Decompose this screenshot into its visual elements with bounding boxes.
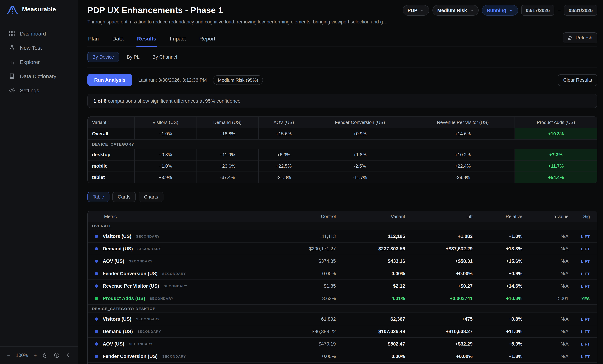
chevron-down-icon <box>470 8 474 12</box>
comparison-value: +1.0% <box>135 128 197 139</box>
comparison-value: +11.7% <box>515 160 597 171</box>
metrics-table: MetricControlVariantLiftRelativep-valueS… <box>87 211 597 364</box>
metric-tag: SECONDARY <box>129 342 153 346</box>
metric-dot <box>95 259 98 263</box>
run-analysis-button[interactable]: Run Analysis <box>87 74 132 86</box>
metric-sig-cell: LIFT <box>568 316 597 322</box>
comparison-value: +18.8% <box>197 128 259 139</box>
metric-dot <box>95 284 98 287</box>
clear-results-button[interactable]: Clear Results <box>558 74 597 86</box>
metric-lift-value: +0.00% <box>405 353 473 359</box>
metrics-row: Fender Conversion (US)SECONDARY0.00%0.00… <box>88 267 597 279</box>
metric-dot <box>95 235 98 238</box>
metrics-row: AOV (US)SECONDARY$470.19$502.47+$32.29+6… <box>88 337 597 350</box>
comparison-header-cell: Product Adds (US) <box>515 117 597 128</box>
comparison-value: +1.0% <box>135 160 197 171</box>
view-toggle-cards[interactable]: Cards <box>113 192 136 202</box>
metric-sig-cell: LIFT <box>568 246 597 251</box>
tab-data[interactable]: Data <box>112 33 124 47</box>
metrics-row: AOV (US)SECONDARY$374.85$433.16+$58.31+1… <box>88 255 597 267</box>
sidebar-item-data-dictionary[interactable]: Data Dictionary <box>0 69 78 83</box>
sidebar-item-new-test[interactable]: New Test <box>0 40 78 55</box>
sidebar-item-dashboard[interactable]: Dashboard <box>0 26 78 40</box>
tabs: PlanDataResultsImpactReport <box>87 33 228 46</box>
project-label: PDP <box>407 8 417 13</box>
metric-name: Product Adds (US) <box>103 296 145 301</box>
metric-lift-value: +475 <box>405 316 473 322</box>
view-toggle-charts[interactable]: Charts <box>139 192 164 202</box>
info-icon[interactable] <box>54 352 60 358</box>
metric-cell: AOV (US)SECONDARY <box>88 258 282 264</box>
metric-p-value: <.001 <box>522 296 568 301</box>
metric-relative-value: +1.0% <box>473 233 522 239</box>
metric-control-value: 111,113 <box>282 233 336 239</box>
end-date-input[interactable]: 03/31/2026 <box>564 5 597 16</box>
view-toggle-table[interactable]: Table <box>87 192 110 202</box>
comparison-header: Variant 1Visitors (US)Demand (US)AOV (US… <box>88 117 597 128</box>
flask-icon <box>9 44 15 51</box>
subtab-by-pl[interactable]: By PL <box>122 52 145 62</box>
metrics-header-cell: Sig <box>568 214 597 219</box>
refresh-icon <box>568 35 573 40</box>
metric-relative-value: +15.6% <box>473 258 522 264</box>
metrics-row: Revenue Per Visitor (US)SECONDARY$1.56$1… <box>88 362 597 364</box>
refresh-label: Refresh <box>575 35 592 40</box>
metric-variant-value: 112,195 <box>336 233 405 239</box>
metric-variant-value: 0.00% <box>336 353 405 359</box>
metric-sig-cell: YES <box>568 296 597 301</box>
metric-sig-cell: LIFT <box>568 329 597 334</box>
project-dropdown[interactable]: PDP <box>403 5 429 16</box>
zoom-in-button[interactable]: + <box>33 352 37 358</box>
metric-control-value: 61,892 <box>282 316 336 322</box>
tab-report[interactable]: Report <box>199 33 216 47</box>
metric-relative-value: +18.8% <box>473 246 522 251</box>
comparison-value: +54.4% <box>515 172 597 183</box>
zoom-out-button[interactable]: − <box>7 352 11 358</box>
metric-dot <box>95 330 98 333</box>
metric-sig-cell: LIFT <box>568 233 597 239</box>
metric-name: Visitors (US) <box>103 316 131 322</box>
tab-impact[interactable]: Impact <box>169 33 186 47</box>
metric-control-value: $470.19 <box>282 341 336 346</box>
tab-plan[interactable]: Plan <box>87 33 100 47</box>
comparison-row: Overall+1.0%+18.8%+15.6%+0.9%+14.6%+10.3… <box>88 128 597 139</box>
subtab-by-device[interactable]: By Device <box>87 52 119 62</box>
metric-variant-value: $502.47 <box>336 341 405 346</box>
sig-badge: LIFT <box>581 354 590 358</box>
sig-badge: LIFT <box>581 247 590 251</box>
start-date-input[interactable]: 03/17/2026 <box>521 5 554 16</box>
tab-results[interactable]: Results <box>136 33 157 47</box>
zoom-level: 100% <box>16 353 28 358</box>
metric-variant-value: $107,026.49 <box>336 329 405 334</box>
comparison-body: Overall+1.0%+18.8%+15.6%+0.9%+14.6%+10.3… <box>88 128 597 183</box>
measurable-logo-icon <box>6 4 19 14</box>
sig-badge: LIFT <box>581 284 590 288</box>
comparison-row: tablet+3.9%-37.4%-21.8%-11.7%-39.8%+54.4… <box>88 171 597 183</box>
metric-lift-value: +1,082 <box>405 233 473 239</box>
refresh-button[interactable]: Refresh <box>563 32 597 43</box>
metric-sig-cell: LIFT <box>568 283 597 289</box>
chevron-down-icon <box>420 8 424 12</box>
comparison-header-cell: Variant 1 <box>88 117 135 128</box>
metric-control-value: $1.85 <box>282 283 336 289</box>
metrics-header-cell: Variant <box>336 214 405 219</box>
comparison-value: -39.8% <box>411 172 515 183</box>
metric-tag: SECONDARY <box>150 296 174 300</box>
sidebar-item-explorer[interactable]: Explorer <box>0 55 78 69</box>
metric-variant-value: $433.16 <box>336 258 405 264</box>
subtab-by-channel[interactable]: By Channel <box>148 52 182 62</box>
app-name: Measurable <box>22 6 56 13</box>
collapse-sidebar-icon[interactable] <box>65 352 71 358</box>
end-date-value: 03/31/2026 <box>569 8 593 13</box>
sidebar-item-settings[interactable]: Settings <box>0 83 78 97</box>
dark-mode-icon[interactable] <box>42 352 48 358</box>
comparison-row-label: tablet <box>88 172 135 183</box>
comparison-value: +22.5% <box>259 160 309 171</box>
significance-text: comparisons show significant differences… <box>106 98 240 104</box>
sig-badge: YES <box>581 296 590 301</box>
bar-chart-icon <box>9 58 15 65</box>
metric-tag: SECONDARY <box>164 284 187 288</box>
risk-dropdown[interactable]: Medium Risk <box>432 5 479 16</box>
status-dropdown[interactable]: Running <box>482 5 518 16</box>
comparison-value: -11.7% <box>309 172 411 183</box>
